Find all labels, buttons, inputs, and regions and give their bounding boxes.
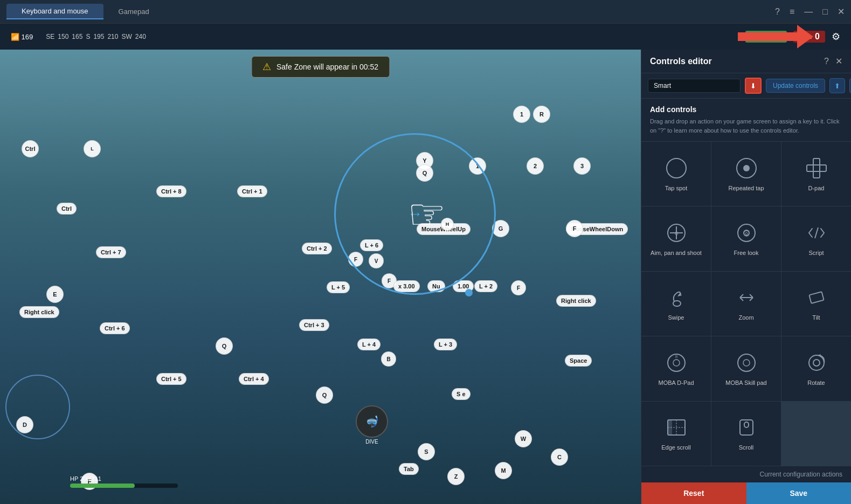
ctrl-key-ctrl3[interactable]: Ctrl + 3 — [299, 319, 329, 331]
ctrl-key-se[interactable]: S e — [452, 388, 471, 400]
ctrl-key-tab[interactable]: Tab — [399, 463, 419, 475]
ctrl-key-num3[interactable]: 3 — [573, 157, 591, 175]
swipe-label: Swipe — [668, 314, 684, 321]
panel-close-icon[interactable]: ✕ — [835, 56, 842, 66]
svg-point-23 — [738, 354, 755, 371]
zoom-icon — [735, 286, 758, 309]
main-content: ⚠ Safe Zone will appear in 00:52 ↔ ☞ Ctr… — [0, 50, 851, 504]
ctrl-key-1[interactable]: 1 — [513, 106, 530, 123]
control-script[interactable]: Script — [781, 206, 851, 271]
ctrl-key-num2[interactable]: 2 — [527, 157, 544, 175]
ctrl-key-f5[interactable]: F — [566, 220, 583, 237]
control-tilt[interactable]: Tilt — [781, 272, 851, 336]
wifi-indicator: 📶 169 — [11, 33, 33, 41]
ctrl-key-l4[interactable]: L + 4 — [357, 339, 380, 350]
ctrl-key-ctrl1[interactable]: Ctrl + 1 — [237, 185, 267, 197]
ctrl-key-ctrl6[interactable]: Ctrl + 6 — [100, 322, 130, 334]
save-button[interactable]: Save — [746, 482, 852, 504]
tilt-label: Tilt — [812, 314, 820, 321]
ctrl-key-ctrl4[interactable]: Ctrl + 4 — [239, 373, 269, 385]
aim-pan-shoot-label: Aim, pan and shoot — [651, 249, 702, 257]
free-look-label: Free look — [734, 249, 759, 257]
tap-spot-icon — [665, 156, 688, 180]
ctrl-key-w[interactable]: W — [515, 430, 532, 447]
safe-zone-banner: ⚠ Safe Zone will appear in 00:52 — [251, 56, 390, 78]
svg-text:8: 8 — [675, 354, 677, 359]
ctrl-key-l5[interactable]: L + 5 — [327, 281, 350, 293]
control-zoom[interactable]: Zoom — [711, 272, 781, 336]
kill-value: 0 — [815, 32, 820, 42]
control-repeated-tap[interactable]: Repeated tap — [711, 142, 781, 206]
ctrl-key-m[interactable]: M — [495, 462, 512, 479]
control-aim-pan-shoot[interactable]: ⊕ Aim, pan and shoot — [641, 206, 711, 271]
svg-point-25 — [809, 355, 824, 370]
ctrl-key-ctrl7[interactable]: Ctrl + 7 — [96, 246, 126, 258]
ctrl-key-rightclick[interactable]: Right click — [19, 306, 59, 318]
compass: SE 150 165 S 195 210 SW 240 — [46, 33, 146, 40]
control-rotate[interactable]: Rotate — [781, 336, 851, 401]
ctrl-key-q1[interactable]: Q — [216, 337, 233, 355]
ctrl-key-b[interactable]: B — [381, 351, 396, 367]
ctrl-key-ctrl[interactable]: Ctrl — [22, 140, 39, 157]
control-dpad[interactable]: D-pad — [781, 142, 851, 206]
aim-circle: ↔ ☞ — [334, 133, 496, 295]
tab-gamepad[interactable]: Gamepad — [103, 4, 164, 19]
left-joystick — [5, 375, 70, 439]
ctrl-key-l[interactable]: L — [84, 140, 101, 157]
moba-skill-pad-label: MOBA Skill pad — [725, 379, 766, 386]
aim-pan-shoot-icon: ⊕ — [665, 221, 688, 245]
dpad-label: D-pad — [808, 184, 825, 192]
ctrl-key-q2[interactable]: Q — [316, 386, 333, 404]
moba-dpad-label: MOBA D-Pad — [658, 379, 694, 386]
upload-button[interactable]: ⬆ — [829, 78, 845, 93]
help-icon[interactable]: ? — [775, 7, 780, 17]
warning-icon: ⚠ — [262, 61, 271, 73]
rotate-icon — [805, 351, 828, 375]
ctrl-key-l2[interactable]: L + 2 — [474, 280, 497, 292]
ctrl-key-ctrl5[interactable]: Ctrl + 5 — [156, 373, 186, 385]
alive-value: 47 — [772, 32, 781, 42]
svg-point-24 — [743, 360, 750, 366]
dive-button[interactable]: 🤿 DIVE — [356, 405, 388, 445]
control-moba-skill-pad[interactable]: MOBA Skill pad — [711, 336, 781, 401]
ctrl-key-f3[interactable]: F — [511, 280, 526, 295]
svg-rect-4 — [807, 165, 826, 171]
ctrl-key-s[interactable]: S — [418, 443, 435, 460]
control-scroll[interactable]: Scroll — [711, 402, 781, 466]
tab-keyboard[interactable]: Keyboard and mouse — [6, 4, 103, 19]
control-edge-scroll[interactable]: Edge scroll — [641, 402, 711, 466]
ctrl-key-ctrl-a[interactable]: Ctrl — [57, 203, 77, 215]
menu-icon[interactable]: ≡ — [790, 7, 794, 17]
control-swipe[interactable]: Swipe — [641, 272, 711, 336]
settings-icon[interactable]: ⚙ — [832, 31, 840, 43]
moba-dpad-icon: 8 — [665, 351, 688, 375]
panel-help-icon[interactable]: ? — [824, 57, 829, 66]
smart-input[interactable] — [648, 79, 741, 93]
update-controls-button[interactable]: Update controls — [766, 79, 825, 93]
minimize-icon[interactable]: — — [804, 7, 813, 17]
ctrl-key-ctrl2[interactable]: Ctrl + 2 — [302, 243, 332, 254]
repeated-tap-icon — [735, 156, 758, 180]
ctrl-key-ctrl8[interactable]: Ctrl + 8 — [156, 185, 186, 197]
ctrl-key-c[interactable]: C — [551, 448, 568, 466]
zoom-label: Zoom — [738, 314, 753, 321]
free-look-icon: ◎ — [735, 221, 758, 245]
panel-header-icons: ? ✕ — [824, 56, 842, 66]
bottom-actions: Current configuration actions Reset Save — [641, 466, 851, 504]
ctrl-key-space[interactable]: Space — [565, 355, 592, 367]
maximize-icon[interactable]: □ — [822, 7, 828, 17]
svg-text:⊕: ⊕ — [674, 230, 679, 236]
cloud-download-button[interactable]: ⬇ — [745, 78, 762, 94]
control-moba-dpad[interactable]: 8 MOBA D-Pad — [641, 336, 711, 401]
ctrl-key-z[interactable]: Z — [447, 468, 465, 485]
repeated-tap-label: Repeated tap — [728, 184, 764, 192]
ctrl-key-r[interactable]: R — [533, 106, 550, 123]
ctrl-key-l3[interactable]: L + 3 — [434, 339, 457, 350]
aim-dot — [465, 289, 473, 296]
close-icon[interactable]: ✕ — [838, 6, 845, 17]
ctrl-key-e[interactable]: E — [46, 286, 64, 303]
control-free-look[interactable]: ◎ Free look — [711, 206, 781, 271]
reset-button[interactable]: Reset — [641, 482, 746, 504]
ctrl-key-rightclick2[interactable]: Right click — [556, 295, 596, 307]
control-tap-spot[interactable]: Tap spot — [641, 142, 711, 206]
